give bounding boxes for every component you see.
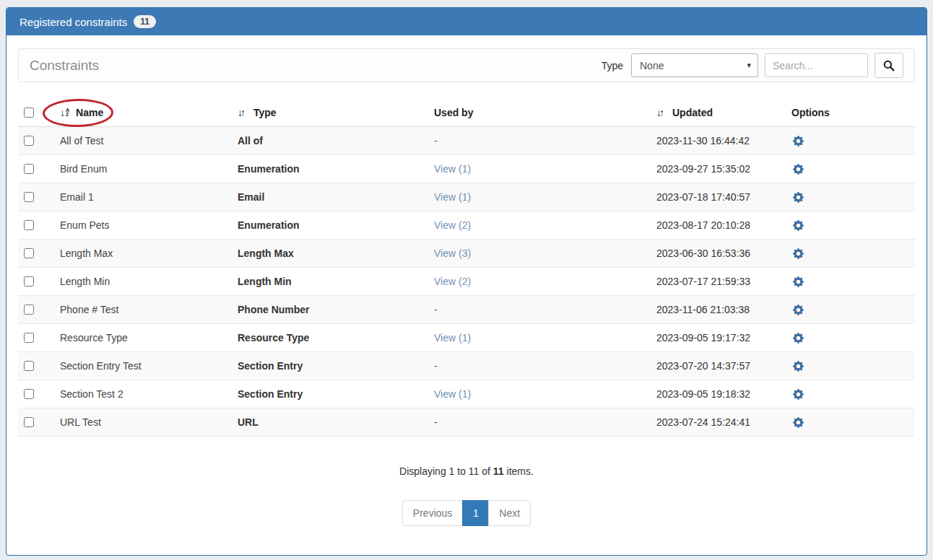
constraint-name: Length Max	[55, 248, 232, 259]
sort-icon[interactable]: ↓↑	[656, 107, 662, 118]
column-header-used-by: Used by	[434, 107, 473, 118]
summary-count: 11	[493, 465, 504, 477]
row-checkbox[interactable]	[24, 276, 34, 286]
used-by-empty: -	[434, 416, 438, 428]
constraint-type: Section Entry	[232, 360, 427, 372]
select-all-checkbox[interactable]	[24, 108, 34, 118]
constraint-type: Phone Number	[232, 304, 427, 315]
previous-page-button[interactable]: Previous	[402, 500, 463, 526]
table-row: Length MinLength MinView (2)2023-07-17 2…	[18, 268, 915, 296]
gear-icon	[793, 389, 804, 400]
table-row: Enum PetsEnumerationView (2)2023-08-17 2…	[18, 211, 915, 240]
constraint-updated: 2023-07-24 15:24:41	[651, 416, 784, 428]
constraint-updated: 2023-07-20 14:37:57	[651, 360, 784, 372]
card-header: Registered constraints 11	[6, 8, 927, 35]
used-by-link[interactable]: View (1)	[434, 163, 471, 175]
constraint-name: Section Test 2	[55, 388, 232, 400]
row-checkbox[interactable]	[24, 164, 34, 174]
toolbar-panel: Constraints Type None ▾	[18, 48, 915, 82]
constraint-name: All of Test	[55, 135, 232, 146]
search-button[interactable]	[875, 53, 903, 78]
constraint-name: Length Min	[55, 276, 232, 287]
next-page-button[interactable]: Next	[488, 500, 531, 526]
options-gear-button[interactable]	[791, 416, 805, 429]
gear-icon	[793, 276, 804, 287]
options-gear-button[interactable]	[791, 219, 805, 232]
used-by-link[interactable]: View (3)	[434, 248, 471, 259]
constraint-updated: 2023-07-18 17:40:57	[651, 191, 784, 203]
type-filter-select[interactable]: None ▾	[631, 53, 758, 77]
column-header-name[interactable]: Name	[76, 107, 103, 118]
constraints-card: Registered constraints 11 Constraints Ty…	[6, 7, 927, 556]
display-summary: Displaying 1 to 11 of 11 items.	[6, 465, 927, 477]
options-gear-button[interactable]	[791, 247, 805, 261]
table-row: Bird EnumEnumerationView (1)2023-09-27 1…	[18, 155, 915, 183]
options-gear-button[interactable]	[791, 331, 805, 345]
row-checkbox[interactable]	[24, 361, 34, 371]
used-by-link[interactable]: View (1)	[434, 332, 471, 344]
used-by-link[interactable]: View (1)	[434, 388, 471, 400]
column-header-type[interactable]: Type	[253, 107, 277, 118]
column-header-updated[interactable]: Updated	[672, 107, 713, 118]
sort-icon[interactable]: ↓↑	[238, 107, 243, 118]
caret-down-icon: ▾	[747, 60, 751, 69]
constraint-updated: 2023-07-17 21:59:33	[651, 276, 784, 287]
row-checkbox[interactable]	[24, 333, 34, 343]
options-gear-button[interactable]	[791, 303, 805, 317]
count-badge: 11	[134, 15, 156, 28]
options-gear-button[interactable]	[791, 359, 805, 373]
constraint-updated: 2023-08-17 20:10:28	[651, 219, 784, 231]
options-gear-button[interactable]	[791, 388, 805, 401]
constraint-updated: 2023-09-05 19:17:32	[651, 332, 784, 344]
constraint-type: Length Max	[232, 248, 427, 259]
search-input[interactable]	[765, 53, 868, 77]
constraint-type: URL	[232, 416, 427, 428]
summary-prefix: Displaying 1 to 11 of	[399, 465, 493, 477]
used-by-link[interactable]: View (2)	[434, 219, 471, 231]
search-icon	[883, 60, 895, 71]
pagination: Previous 1 Next	[6, 500, 927, 526]
constraint-updated: 2023-11-30 16:44:42	[651, 135, 784, 146]
table-row: Section Test 2Section EntryView (1)2023-…	[18, 380, 915, 408]
constraint-name: Email 1	[55, 191, 232, 203]
row-checkbox[interactable]	[24, 192, 34, 202]
constraint-name: Resource Type	[55, 332, 232, 344]
options-gear-button[interactable]	[791, 162, 805, 176]
type-filter-value: None	[640, 60, 664, 71]
row-checkbox[interactable]	[24, 220, 34, 230]
constraint-name: Phone # Test	[55, 304, 232, 315]
options-gear-button[interactable]	[791, 275, 805, 289]
table-row: Section Entry TestSection Entry-2023-07-…	[18, 352, 915, 380]
table-row: Resource TypeResource TypeView (1)2023-0…	[18, 324, 915, 352]
row-checkbox[interactable]	[24, 389, 34, 399]
constraint-updated: 2023-09-05 19:18:32	[651, 388, 784, 400]
constraint-updated: 2023-11-06 21:03:38	[651, 304, 784, 315]
row-checkbox[interactable]	[24, 417, 34, 427]
gear-icon	[793, 164, 804, 175]
row-checkbox[interactable]	[24, 136, 34, 146]
gear-icon	[793, 417, 804, 428]
current-page-button[interactable]: 1	[462, 500, 489, 526]
constraint-type: Length Min	[232, 276, 427, 287]
row-checkbox[interactable]	[24, 305, 34, 315]
table-row: All of TestAll of-2023-11-30 16:44:42	[18, 127, 915, 155]
panel-title: Constraints	[30, 58, 99, 74]
gear-icon	[793, 333, 804, 344]
options-gear-button[interactable]	[791, 134, 805, 148]
gear-icon	[793, 220, 804, 231]
gear-icon	[793, 361, 804, 372]
summary-suffix: items.	[504, 465, 534, 477]
options-gear-button[interactable]	[791, 191, 805, 204]
row-checkbox[interactable]	[24, 248, 34, 258]
page-title: Registered constraints	[19, 16, 127, 28]
used-by-link[interactable]: View (2)	[434, 276, 471, 287]
used-by-link[interactable]: View (1)	[434, 191, 471, 203]
constraint-type: Resource Type	[232, 332, 427, 344]
table-row: URL TestURL-2023-07-24 15:24:41	[18, 408, 915, 437]
sort-alpha-down-icon[interactable]: ↓ A Z	[60, 107, 69, 118]
constraint-type: Enumeration	[232, 219, 427, 231]
table-header-row: ↓ A Z Name ↓↑ Type Used by ↓↑ Updated	[18, 98, 915, 127]
constraint-name: Section Entry Test	[55, 360, 232, 372]
constraint-type: Section Entry	[232, 388, 427, 400]
type-filter-label: Type	[602, 60, 623, 71]
